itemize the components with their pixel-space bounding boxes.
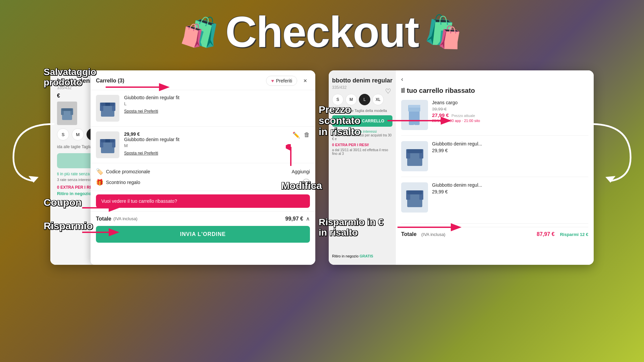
right-extra-returns: 0 EXTRA PER I RESI! (332, 143, 392, 147)
ribassato-banner[interactable]: Vuoi vedere il tuo carrello ribassato? (96, 194, 310, 208)
svg-rect-30 (407, 190, 422, 194)
total-section: Totale (IVA inclusa) 99,97 € ∧ (91, 211, 315, 226)
cart-title: Carrello (3) (96, 78, 263, 84)
right-total-iva: (IVA inclusa) (421, 232, 445, 237)
cart-item-1-name: Giubbotto denim regular fit (124, 95, 310, 100)
right-item-1-sale: 27,99 € (432, 112, 449, 118)
total-label: Totale (IVA inclusa) (96, 216, 138, 222)
right-item-3-image (401, 182, 428, 213)
cart-item-2-price: 29,99 € (124, 131, 288, 137)
cart-item-2-actions: ✏️ 🗑 (292, 131, 310, 139)
coupon-row: 🏷️ Codice promozionale Aggiungi (96, 168, 310, 175)
cart-item-2: 29,99 € Giubbotto denim regular fit M Sp… (91, 127, 315, 163)
product-thumbnail (57, 102, 77, 125)
close-button[interactable]: × (301, 76, 310, 85)
gift-icon: 🎁 (96, 179, 103, 186)
right-cart-item-3: Giubbotto denim regul... 29,99 € (401, 182, 588, 218)
right-cart-item-2: Giubbotto denim regul... 29,99 € (401, 141, 588, 177)
right-panel-content: ‹ Il tuo carrello ribassato Jeans cargo (396, 70, 594, 265)
right-item-1-image (401, 100, 428, 130)
edit-icon[interactable]: ✏️ (292, 131, 300, 139)
right-item-2-price: 29,99 € (432, 148, 588, 153)
right-size-xl[interactable]: XL (372, 94, 384, 105)
gift-radio[interactable] (303, 179, 310, 186)
right-panel-wrapper: bbotto denim regular 335/432 S M L XL id… (329, 70, 594, 265)
right-item-1-name: Jeans cargo (432, 100, 588, 105)
delete-icon[interactable]: 🗑 (304, 131, 310, 139)
right-size-l[interactable]: L (359, 94, 370, 105)
chevron-up-icon[interactable]: ∧ (306, 216, 310, 222)
cart-item-1-details: Giubbotto denim regular fit L Sposta nei… (124, 95, 310, 114)
preferiti-label: Preferiti (276, 78, 292, 83)
right-item-1-original: 39,99 € (432, 107, 588, 112)
coupon-text: Codice promozionale (106, 169, 150, 174)
right-item-3-details: Giubbotto denim regul... 29,99 € (432, 182, 588, 213)
total-iva: (IVA inclusa) (113, 216, 138, 221)
right-bg-content: bbotto denim regular 335/432 S M L XL id… (329, 70, 396, 265)
right-size-s[interactable]: S (332, 94, 343, 105)
right-item-3-price: 29,99 € (432, 189, 588, 194)
size-m[interactable]: M (72, 128, 84, 140)
size-s[interactable]: S (57, 128, 69, 140)
aggiungi-button[interactable]: Aggiungi (292, 169, 310, 174)
gift-label: 🎁 Scontrino regalo (96, 179, 140, 186)
cart-header: Carrello (3) ♥ Preferiti × (91, 70, 315, 90)
coupon-icon: 🏷️ (96, 168, 103, 175)
move-to-fav-1[interactable]: Sposta nei Preferiti (124, 109, 310, 114)
preferiti-button[interactable]: ♥ Preferiti (266, 76, 297, 86)
cart-item-2-details: 29,99 € Giubbotto denim regular fit M Sp… (124, 131, 288, 156)
right-store-pickup: Ritiro in negozio GRATIS (332, 254, 373, 258)
right-bg-sub: 335/432 (332, 85, 392, 90)
right-savings: Risparmi 12 € (560, 232, 588, 237)
panels-container: Salvataggioprodotto bbotto denim regular… (50, 70, 594, 265)
title-area: 🛍️ Checkout 🛍️ (0, 7, 644, 57)
right-installments-desc: 3 rate senza interessi per acquisti tra … (332, 133, 392, 141)
coupon-label: 🏷️ Codice promozionale (96, 168, 150, 175)
right-item-3-name: Giubbotto denim regul... (432, 182, 588, 188)
bag-right-icon: 🛍️ (423, 11, 466, 53)
cart-item-2-name: Giubbotto denim regular fit (124, 137, 288, 142)
right-size-options: S M L XL (332, 94, 392, 105)
left-panel: bbotto denim regular 335/432 € S M L (50, 70, 315, 265)
right-panel: bbotto denim regular 335/432 S M L XL id… (329, 70, 594, 265)
right-item-1-sale-label: Prezzo attuale (451, 114, 475, 118)
right-bg-product-name: bbotto denim regular (332, 77, 392, 84)
cart-item-1-image (96, 95, 119, 122)
order-button[interactable]: INVIA L'ORDINE (96, 226, 310, 243)
total-text: Totale (96, 216, 111, 222)
coupon-section: 🏷️ Codice promozionale Aggiungi 🎁 Scontr… (91, 163, 315, 191)
cart-item-2-size: M (124, 143, 288, 148)
cart-item-1-size: L (124, 101, 310, 106)
right-item-1-date: 23/11 - 20:00 app · 21:00 sito (432, 119, 588, 123)
right-size-m[interactable]: M (345, 94, 357, 105)
right-cart-item-1: Jeans cargo 39,99 € 27,99 € Prezzo attua… (401, 100, 588, 136)
gift-text: Scontrino regalo (106, 180, 140, 185)
left-panel-wrapper: Salvataggioprodotto bbotto denim regular… (50, 70, 315, 265)
cart-item-2-image (96, 131, 119, 158)
svg-marker-33 (605, 176, 615, 183)
total-price: 99,97 € (285, 216, 303, 222)
page-title: Checkout (225, 7, 419, 57)
total-amount: 99,97 € ∧ (285, 216, 310, 222)
right-installments: ti in più rate senza interessi (332, 129, 392, 133)
move-to-fav-2[interactable]: Sposta nei Preferiti (124, 151, 288, 156)
right-item-2-details: Giubbotto denim regul... 29,99 € (432, 141, 588, 171)
right-item-2-name: Giubbotto denim regul... (432, 141, 588, 146)
heart-icon: ♥ (271, 78, 274, 83)
svg-marker-18 (29, 176, 39, 183)
bag-left-icon: 🛍️ (178, 11, 222, 53)
action-icons: ✏️ 🗑 (292, 131, 310, 139)
svg-rect-26 (407, 149, 422, 153)
back-button[interactable]: ‹ (401, 76, 588, 83)
svg-rect-22 (409, 105, 420, 108)
right-total-price: 87,97 € (537, 231, 554, 237)
right-returns-info: a dal 15/11 al 30/11 ed effettua il reso… (332, 148, 392, 156)
right-add-button[interactable]: GIUNGI AL CARRELLO (332, 115, 392, 127)
svg-rect-13 (105, 139, 110, 142)
ribassato-title: Il tuo carrello ribassato (401, 87, 588, 95)
right-total-label: Totale (401, 231, 417, 237)
wishlist-icon[interactable]: ♡ (385, 87, 391, 95)
cart-overlay: Carrello (3) ♥ Preferiti × (91, 70, 315, 265)
right-item-2-image (401, 141, 428, 171)
cart-item-1: Giubbotto denim regular fit L Sposta nei… (91, 90, 315, 127)
